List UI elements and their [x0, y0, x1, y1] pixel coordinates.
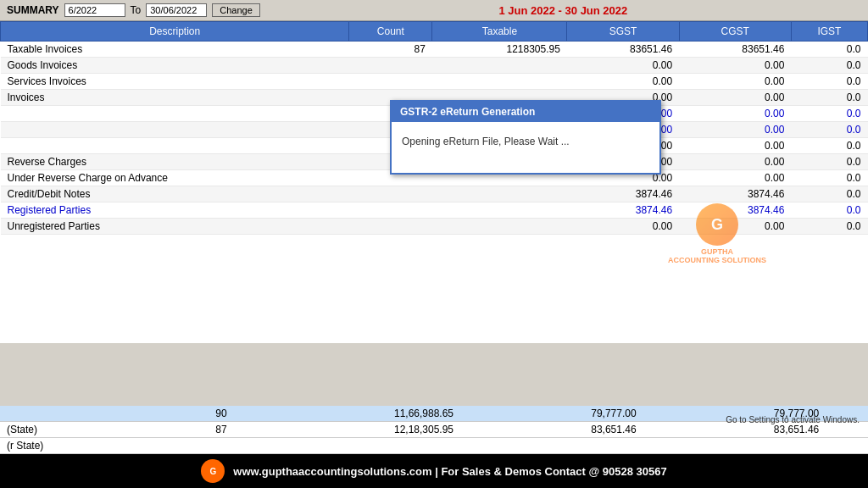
- col-header-sgst: SGST: [567, 22, 679, 42]
- table-cell: 0.0: [791, 106, 867, 122]
- table-cell: 0.00: [679, 74, 791, 90]
- table-cell: 0.00: [567, 74, 679, 90]
- banner-text: www.gupthaaccountingsolutions.com | For …: [233, 465, 666, 478]
- table-cell: 0.0: [791, 154, 867, 170]
- table-cell: 0.00: [679, 154, 791, 170]
- table-cell: 3874.46: [567, 186, 679, 202]
- from-date-input[interactable]: [64, 3, 125, 17]
- footer-cell: 11,66,988.65: [234, 406, 460, 422]
- table-cell: [349, 58, 432, 74]
- table-cell: 0.0: [791, 138, 867, 154]
- watermark: G GUPTHAACCOUNTING SOLUTIONS: [668, 203, 766, 264]
- footer-cell: [826, 438, 868, 454]
- change-button[interactable]: Change: [212, 3, 260, 17]
- table-cell: [1, 138, 349, 154]
- table-cell: 0.00: [567, 58, 679, 74]
- col-header-igst: IGST: [791, 22, 867, 42]
- footer-cell: 79,777.00: [460, 406, 643, 422]
- table-cell: [1, 106, 349, 122]
- col-header-description: Description: [1, 22, 349, 42]
- gstr-popup: GSTR-2 eReturn Generation Opening eRetur…: [390, 100, 661, 175]
- table-cell: Unregistered Parties: [1, 219, 349, 235]
- footer-cell: (r State): [0, 438, 156, 454]
- table-cell: Goods Invoices: [1, 58, 349, 74]
- main-table-container: Description Count Taxable SGST CGST IGST…: [0, 21, 868, 343]
- table-cell: Credit/Debit Notes: [1, 186, 349, 202]
- banner-logo: G: [201, 459, 225, 483]
- footer-cell: 83,651.46: [460, 422, 643, 438]
- table-cell: 3874.46: [567, 202, 679, 219]
- footer-cell: 12,18,305.95: [234, 422, 460, 438]
- footer-cell: [156, 438, 233, 454]
- table-cell: Taxable Invoices: [1, 42, 349, 58]
- top-bar: SUMMARY To Change 1 Jun 2022 - 30 Jun 20…: [0, 0, 868, 21]
- table-cell: 83651.46: [679, 42, 791, 58]
- table-cell: 87: [349, 42, 432, 58]
- footer-cell: [0, 406, 156, 422]
- table-cell: 1218305.95: [432, 42, 567, 58]
- table-cell: 0.00: [679, 170, 791, 186]
- table-cell: Under Reverse Charge on Advance: [1, 170, 349, 186]
- table-cell: 0.0: [791, 202, 867, 219]
- popup-title: GSTR-2 eReturn Generation: [392, 102, 659, 122]
- footer-cell: 87: [156, 422, 233, 438]
- table-cell: [432, 202, 567, 219]
- table-cell: 0.0: [791, 42, 867, 58]
- table-cell: 0.00: [679, 58, 791, 74]
- col-header-cgst: CGST: [679, 22, 791, 42]
- footer-cell: 90: [156, 406, 233, 422]
- table-cell: [432, 58, 567, 74]
- footer-cell: [643, 438, 826, 454]
- table-cell: 0.0: [791, 74, 867, 90]
- table-cell: [349, 74, 432, 90]
- to-label: To: [131, 4, 142, 16]
- table-cell: Reverse Charges: [1, 154, 349, 170]
- table-cell: 0.0: [791, 58, 867, 74]
- win-activation-notice: Go to Settings to activate Windows.: [726, 415, 860, 424]
- footer-table: 9011,66,988.6579,777.0079,777.00(State)8…: [0, 406, 868, 454]
- table-cell: Services Invoices: [1, 74, 349, 90]
- table-cell: [432, 219, 567, 235]
- bottom-banner: G www.gupthaaccountingsolutions.com | Fo…: [0, 454, 868, 488]
- date-range: 1 Jun 2022 - 30 Jun 2022: [265, 4, 861, 17]
- table-cell: 0.0: [791, 170, 867, 186]
- table-cell: 0.00: [567, 219, 679, 235]
- popup-body: Opening eReturn File, Please Wait ...: [392, 122, 659, 173]
- footer-table-container: 9011,66,988.6579,777.0079,777.00(State)8…: [0, 406, 868, 454]
- table-cell: 0.0: [791, 90, 867, 106]
- to-date-input[interactable]: [146, 3, 207, 17]
- table-cell: 0.0: [791, 186, 867, 202]
- table-cell: 0.00: [679, 90, 791, 106]
- table-cell: Registered Parties: [1, 202, 349, 219]
- table-cell: 0.0: [791, 122, 867, 138]
- table-cell: [349, 202, 432, 219]
- table-cell: 83651.46: [567, 42, 679, 58]
- table-cell: 0.00: [679, 138, 791, 154]
- footer-cell: [234, 438, 460, 454]
- popup-message: Opening eReturn File, Please Wait ...: [402, 136, 570, 147]
- watermark-circle: G: [696, 203, 738, 246]
- table-cell: 0.00: [679, 106, 791, 122]
- footer-cell: (State): [0, 422, 156, 438]
- table-cell: [432, 186, 567, 202]
- footer-area: 9011,66,988.6579,777.0079,777.00(State)8…: [0, 406, 868, 454]
- table-cell: [1, 122, 349, 138]
- col-header-count: Count: [349, 22, 432, 42]
- table-cell: [432, 74, 567, 90]
- table-cell: 3874.46: [679, 186, 791, 202]
- table-cell: [349, 186, 432, 202]
- footer-cell: [460, 438, 643, 454]
- watermark-text: GUPTHAACCOUNTING SOLUTIONS: [668, 247, 766, 264]
- summary-label: SUMMARY: [7, 4, 59, 16]
- col-header-taxable: Taxable: [432, 22, 567, 42]
- table-cell: Invoices: [1, 90, 349, 106]
- table-cell: 0.00: [679, 122, 791, 138]
- table-cell: [349, 219, 432, 235]
- table-cell: 0.0: [791, 219, 867, 235]
